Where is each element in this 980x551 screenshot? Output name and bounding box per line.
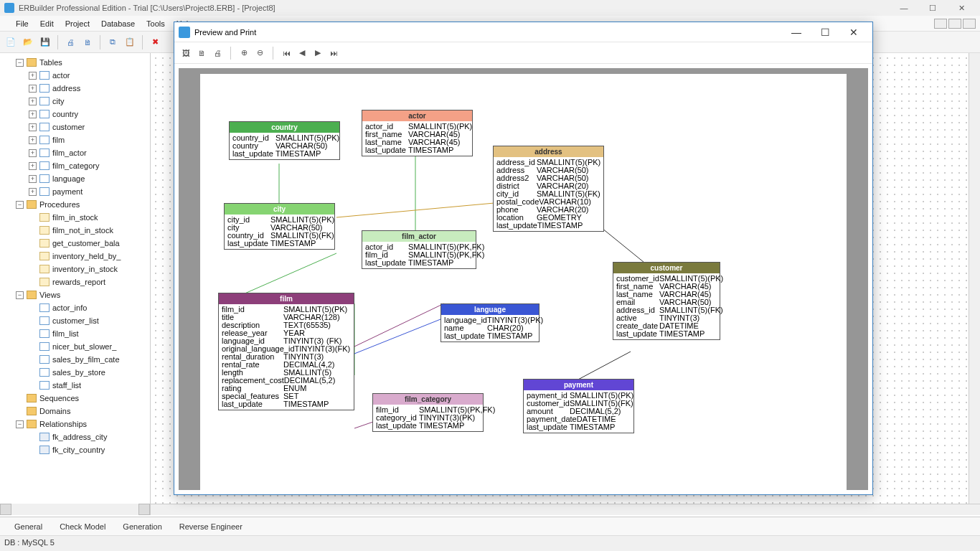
tree-tbl-film-actor[interactable]: +film_actor: [0, 146, 150, 159]
bottom-tabs: General Check Model Generation Reverse E…: [0, 517, 980, 535]
erd-entity-customer: customer customer_idSMALLINT(5)(PK) firs…: [613, 262, 720, 340]
tree-view-5[interactable]: sales_by_film_cate: [0, 353, 150, 366]
erd-entity-country: country country_idSMALLINT(5)(PK) countr…: [229, 121, 340, 160]
tree-views[interactable]: −Views: [0, 288, 150, 301]
zoom-out-icon[interactable]: ⊖: [253, 46, 267, 60]
mdi-restore[interactable]: [948, 19, 961, 29]
erd-entity-language: language language_idTINYINT(3)(PK) nameC…: [440, 303, 540, 342]
tree-tbl-city[interactable]: +city: [0, 95, 150, 108]
tree-scrollbar-h[interactable]: [0, 504, 150, 515]
delete-icon[interactable]: ✖: [147, 34, 163, 50]
erd-entity-actor: actor actor_idSMALLINT(5)(PK) first_name…: [362, 110, 473, 156]
image-icon[interactable]: 🖼: [179, 46, 193, 60]
erd-entity-film-category: film_category film_idSMALLINT(5)(PK,FK) …: [372, 393, 484, 432]
erd-entity-film-actor: film_actor actor_idSMALLINT(5)(PK,FK) fi…: [362, 230, 476, 269]
close-button[interactable]: ✕: [947, 4, 976, 13]
new-icon[interactable]: 📄: [3, 34, 19, 50]
copy-icon[interactable]: ⧉: [105, 34, 121, 50]
menu-project[interactable]: Project: [65, 19, 90, 28]
print-preview-icon[interactable]: 🗎: [80, 34, 95, 50]
paste-icon[interactable]: 📋: [122, 34, 138, 50]
tree-view-6[interactable]: sales_by_store: [0, 366, 150, 379]
print-icon[interactable]: 🖨: [210, 46, 225, 60]
save-icon[interactable]: 💾: [37, 34, 53, 50]
tree-tbl-film[interactable]: +film: [0, 133, 150, 146]
tree-view-7[interactable]: staff_list: [0, 379, 150, 392]
tree-relationships[interactable]: −Relationships: [0, 418, 150, 430]
tree-tbl-film-category[interactable]: +film_category: [0, 159, 150, 172]
tab-generation[interactable]: Generation: [114, 519, 170, 534]
tree-view-4[interactable]: nicer_but_slower_: [0, 340, 150, 353]
tree-rel-2[interactable]: fk_city_country: [0, 443, 150, 456]
tree-proc-6[interactable]: rewards_report: [0, 276, 150, 288]
tree-tbl-address[interactable]: +address: [0, 82, 150, 95]
erd-entity-payment: payment payment_idSMALLINT(5)(PK) custom…: [523, 379, 634, 433]
tree-sequences[interactable]: Sequences: [0, 392, 150, 405]
tree-proc-3[interactable]: get_customer_bala: [0, 237, 150, 250]
menu-file[interactable]: File: [16, 19, 29, 28]
preview-maximize-button[interactable]: ☐: [811, 27, 839, 38]
menu-tools[interactable]: Tools: [146, 19, 165, 28]
preview-window: Preview and Print — ☐ ✕ 🖼 🗎 🖨 ⊕ ⊖ ⏮ ◀ ▶ …: [174, 22, 873, 495]
tree-rel-1[interactable]: fk_address_city: [0, 430, 150, 443]
tree-tbl-country[interactable]: +country: [0, 108, 150, 121]
preview-close-button[interactable]: ✕: [839, 27, 868, 38]
erd-entity-address: address address_idSMALLINT(5)(PK) addres…: [493, 146, 604, 232]
first-page-icon[interactable]: ⏮: [279, 46, 293, 60]
tree-proc-4[interactable]: inventory_held_by_: [0, 250, 150, 263]
tree-procedures[interactable]: −Procedures: [0, 198, 150, 211]
tree-tbl-payment[interactable]: +payment: [0, 185, 150, 198]
tree-proc-5[interactable]: inventory_in_stock: [0, 263, 150, 276]
mdi-controls: [934, 19, 976, 29]
status-bar: DB : MySQL 5: [0, 535, 980, 551]
tab-check-model[interactable]: Check Model: [51, 519, 114, 534]
tree-view-3[interactable]: film_list: [0, 327, 150, 340]
app-title: ERBuilder Professional Edition - Trial […: [19, 4, 275, 12]
tree-tables[interactable]: −Tables: [0, 56, 150, 69]
export-icon[interactable]: 🗎: [194, 46, 209, 60]
tree-tbl-language[interactable]: +language: [0, 172, 150, 185]
next-page-icon[interactable]: ▶: [311, 46, 325, 60]
tree-tbl-customer[interactable]: +customer: [0, 121, 150, 133]
object-explorer: −Tables +actor +address +city +country +…: [0, 53, 151, 515]
tree-view-1[interactable]: actor_info: [0, 301, 150, 314]
menu-edit[interactable]: Edit: [40, 19, 54, 28]
canvas-scrollbar-h[interactable]: [151, 504, 980, 515]
app-icon: [4, 3, 14, 13]
mdi-minimize[interactable]: [934, 19, 947, 29]
maximize-button[interactable]: ☐: [918, 4, 947, 13]
status-text: DB : MySQL 5: [4, 538, 55, 547]
preview-minimize-button[interactable]: —: [782, 27, 811, 38]
preview-title-bar: Preview and Print — ☐ ✕: [174, 22, 872, 42]
tree-tbl-actor[interactable]: +actor: [0, 69, 150, 82]
tab-general[interactable]: General: [6, 519, 51, 534]
main-title-bar: ERBuilder Professional Edition - Trial […: [0, 0, 980, 16]
tree-proc-2[interactable]: film_not_in_stock: [0, 224, 150, 237]
preview-title: Preview and Print: [194, 28, 256, 37]
last-page-icon[interactable]: ⏭: [326, 46, 341, 60]
print-icon[interactable]: 🖨: [62, 34, 78, 50]
preview-page: country country_idSMALLINT(5)(PK) countr…: [200, 74, 847, 490]
tree-proc-1[interactable]: film_in_stock: [0, 211, 150, 224]
tree-view-2[interactable]: customer_list: [0, 314, 150, 327]
canvas-scrollbar-v[interactable]: [969, 53, 980, 504]
minimize-button[interactable]: —: [890, 4, 918, 12]
preview-canvas[interactable]: country country_idSMALLINT(5)(PK) countr…: [179, 68, 868, 490]
preview-app-icon: [179, 27, 190, 38]
menu-database[interactable]: Database: [101, 19, 135, 28]
tree-domains[interactable]: Domains: [0, 405, 150, 418]
tab-reverse-engineer[interactable]: Reverse Engineer: [171, 519, 251, 534]
preview-toolbar: 🖼 🗎 🖨 ⊕ ⊖ ⏮ ◀ ▶ ⏭: [174, 42, 872, 64]
prev-page-icon[interactable]: ◀: [295, 46, 309, 60]
zoom-in-icon[interactable]: ⊕: [237, 46, 251, 60]
open-icon[interactable]: 📂: [20, 34, 36, 50]
erd-entity-city: city city_idSMALLINT(5)(PK) cityVARCHAR(…: [224, 203, 335, 250]
erd-entity-film: film film_idSMALLINT(5)(PK) titleVARCHAR…: [218, 293, 354, 410]
mdi-close[interactable]: [963, 19, 976, 29]
